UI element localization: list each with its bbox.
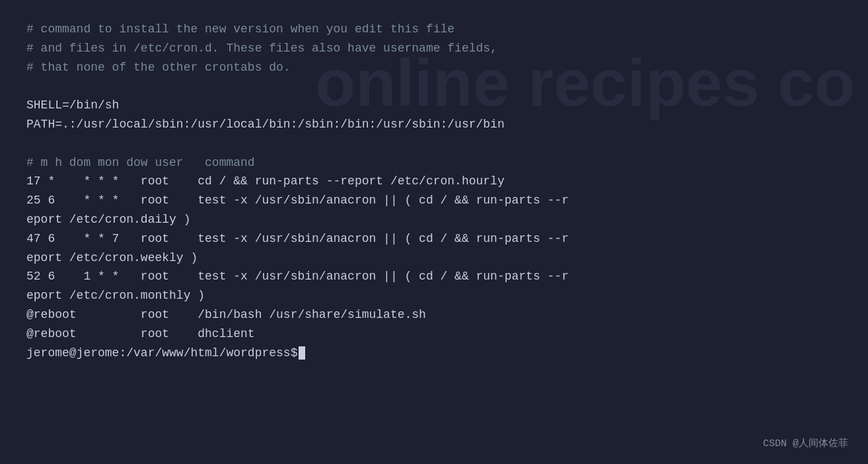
credit-text: CSDN @人间体佐菲: [763, 436, 848, 452]
empty-1: [26, 77, 842, 96]
line-shell: SHELL=/bin/sh: [26, 96, 842, 115]
line-2: # and files in /etc/cron.d. These files …: [26, 39, 842, 58]
terminal-content: # command to install the new version whe…: [26, 20, 842, 362]
line-path: PATH=.:/usr/local/sbin:/usr/local/bin:/s…: [26, 115, 842, 134]
prompt-text: jerome@jerome:/var/www/html/wordpress$: [26, 344, 297, 363]
line-cron-4b: eport /etc/cron.monthly ): [26, 286, 842, 305]
prompt-line[interactable]: jerome@jerome:/var/www/html/wordpress$: [26, 344, 842, 363]
cursor: [299, 346, 305, 360]
line-1: # command to install the new version whe…: [26, 20, 842, 39]
line-header: # m h dom mon dow user command: [26, 153, 842, 173]
line-cron-3: 47 6 * * 7 root test -x /usr/sbin/anacro…: [26, 229, 842, 249]
terminal[interactable]: online recipes co # command to install t…: [0, 0, 868, 464]
terminal-wrapper: online recipes co # command to install t…: [0, 0, 868, 464]
line-reboot-1: @reboot root /bin/bash /usr/share/simula…: [26, 305, 842, 325]
line-cron-1: 17 * * * * root cd / && run-parts --repo…: [26, 172, 842, 191]
line-cron-3b: eport /etc/cron.weekly ): [26, 249, 842, 268]
line-3: # that none of the other crontabs do.: [26, 58, 842, 77]
empty-2: [26, 134, 842, 153]
line-cron-4: 52 6 1 * * root test -x /usr/sbin/anacro…: [26, 267, 842, 286]
line-reboot-2: @reboot root dhclient: [26, 325, 842, 344]
line-cron-2: 25 6 * * * root test -x /usr/sbin/anacro…: [26, 191, 842, 210]
line-cron-2b: eport /etc/cron.daily ): [26, 210, 842, 229]
